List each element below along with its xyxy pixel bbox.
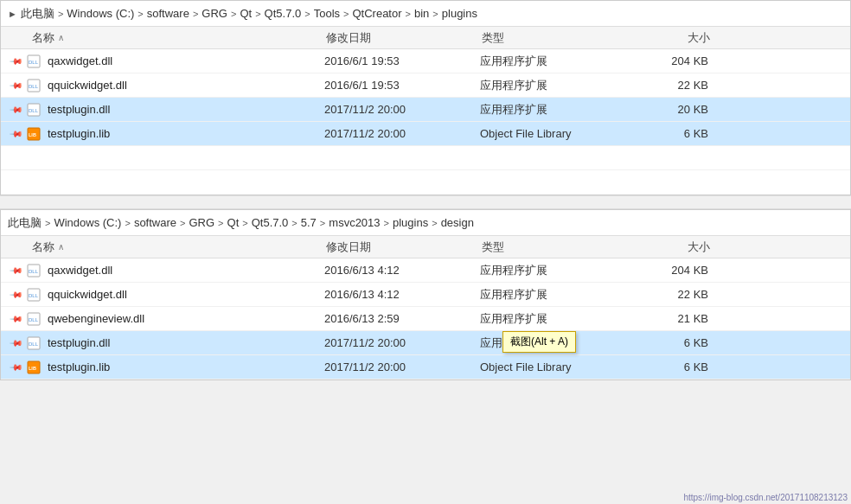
breadcrumb-arrow-1: ► <box>8 9 17 19</box>
file-size: 204 KB <box>636 264 722 277</box>
col-size-header-2[interactable]: 大小 <box>637 239 724 255</box>
file-icon-lib: LIB <box>25 125 42 143</box>
file-name: testplugin.dll <box>48 336 324 349</box>
pin-icon: 📌 <box>10 102 23 116</box>
table-row[interactable]: 📌 DLL testplugin.dll 2017/11/2 20:00 应用程… <box>1 331 850 355</box>
pin-col: 📌 <box>8 80 25 90</box>
breadcrumb-item-1-0[interactable]: 此电脑 <box>21 6 54 22</box>
breadcrumb-sep: > <box>58 9 63 19</box>
breadcrumb-item-1-1[interactable]: Windows (C:) <box>67 7 134 20</box>
table-row[interactable]: 📌 DLL qquickwidget.dll 2016/6/1 19:53 应用… <box>1 73 850 98</box>
breadcrumb-sep: > <box>320 218 325 228</box>
pin-col: 📌 <box>8 362 25 372</box>
svg-text:DLL: DLL <box>29 293 39 298</box>
col-name-header-2[interactable]: 名称 ∧ <box>32 239 326 255</box>
breadcrumb-item-2-5[interactable]: Qt5.7.0 <box>252 216 289 229</box>
file-list-2: 📌 DLL qaxwidget.dll 2016/6/13 4:12 应用程序扩… <box>1 258 850 380</box>
sort-arrow-2: ∧ <box>58 242 64 252</box>
file-date: 2017/11/2 20:00 <box>324 360 480 373</box>
file-name: testplugin.lib <box>48 127 324 140</box>
file-size: 204 KB <box>636 54 722 67</box>
file-size: 22 KB <box>636 288 722 301</box>
col-type-header-1[interactable]: 类型 <box>482 30 637 46</box>
svg-text:LIB: LIB <box>29 132 36 137</box>
table-row[interactable]: 📌 DLL qquickwidget.dll 2016/6/13 4:12 应用… <box>1 283 850 307</box>
pin-col: 📌 <box>8 290 25 299</box>
file-icon-dll: DLL <box>25 101 42 118</box>
pin-col: 📌 <box>8 338 25 348</box>
file-date: 2016/6/13 4:12 <box>324 288 480 301</box>
breadcrumb-sep: > <box>218 218 223 228</box>
breadcrumb-sep: > <box>180 218 185 228</box>
breadcrumb-item-1-5[interactable]: Qt5.7.0 <box>265 7 302 20</box>
col-size-header-1[interactable]: 大小 <box>637 30 724 46</box>
panel-divider <box>0 195 851 209</box>
file-icon-dll: DLL <box>25 77 42 94</box>
file-size: 22 KB <box>636 79 722 92</box>
file-name: qaxwidget.dll <box>48 264 324 277</box>
pin-icon: 📌 <box>10 360 23 373</box>
file-name: qquickwidget.dll <box>48 79 324 92</box>
breadcrumb-sep: > <box>432 9 438 19</box>
file-icon-lib: LIB <box>25 359 42 376</box>
breadcrumb-item-1-3[interactable]: GRG <box>202 7 227 20</box>
explorer-panel-1: ► 此电脑 > Windows (C:) > software > GRG > … <box>0 0 851 195</box>
breadcrumb-item-2-7[interactable]: msvc2013 <box>329 216 380 229</box>
breadcrumb-sep: > <box>304 9 310 19</box>
breadcrumb-item-1-9[interactable]: plugins <box>442 7 477 20</box>
column-header-2: 名称 ∧ 修改日期 类型 大小 <box>1 236 850 258</box>
file-name: qquickwidget.dll <box>48 288 324 301</box>
file-icon-dll: DLL <box>25 335 42 352</box>
breadcrumb-item-2-6[interactable]: 5.7 <box>301 216 317 229</box>
pin-col: 📌 <box>8 314 25 323</box>
table-row[interactable]: 📌 LIB testplugin.lib 2017/11/2 20:00 Obj… <box>1 355 850 380</box>
breadcrumb-item-2-3[interactable]: GRG <box>189 216 214 229</box>
breadcrumb-sep: > <box>231 9 236 19</box>
svg-text:DLL: DLL <box>29 341 39 347</box>
breadcrumb-item-1-6[interactable]: Tools <box>314 7 340 20</box>
file-date: 2017/11/2 20:00 <box>324 103 480 116</box>
table-row[interactable]: 📌 DLL qaxwidget.dll 2016/6/1 19:53 应用程序扩… <box>1 49 850 73</box>
pin-icon: 📌 <box>10 78 23 92</box>
file-name: qwebengineview.dll <box>48 312 324 325</box>
svg-text:DLL: DLL <box>29 84 39 89</box>
svg-text:DLL: DLL <box>29 269 39 274</box>
svg-text:DLL: DLL <box>29 317 39 322</box>
table-row[interactable]: 📌 LIB testplugin.lib 2017/11/2 20:00 Obj… <box>1 122 850 146</box>
breadcrumb-item-1-7[interactable]: QtCreator <box>352 7 401 20</box>
empty-row <box>1 170 850 195</box>
breadcrumb-sep: > <box>45 218 50 228</box>
col-date-header-1[interactable]: 修改日期 <box>326 30 482 46</box>
breadcrumb-item-2-1[interactable]: Windows (C:) <box>54 216 121 229</box>
breadcrumb-item-2-2[interactable]: software <box>134 216 176 229</box>
table-row[interactable]: 📌 DLL qwebengineview.dll 2016/6/13 2:59 … <box>1 307 850 331</box>
breadcrumb-item-1-4[interactable]: Qt <box>240 7 252 20</box>
file-size: 20 KB <box>636 103 722 116</box>
breadcrumb-sep: > <box>255 9 260 19</box>
breadcrumb-1[interactable]: ► 此电脑 > Windows (C:) > software > GRG > … <box>1 1 850 27</box>
pin-icon: 📌 <box>10 54 23 67</box>
table-row[interactable]: 📌 DLL testplugin.dll 2017/11/2 20:00 应用程… <box>1 98 850 122</box>
table-row[interactable]: 📌 DLL qaxwidget.dll 2016/6/13 4:12 应用程序扩… <box>1 258 850 283</box>
file-name: qaxwidget.dll <box>48 54 324 67</box>
breadcrumb-item-2-8[interactable]: plugins <box>393 216 428 229</box>
file-type: 应用程序扩展 <box>480 78 636 93</box>
file-size: 6 KB <box>636 127 722 140</box>
file-type: 应用程序扩展 <box>480 311 636 327</box>
breadcrumb-item-2-0[interactable]: 此电脑 <box>8 215 42 231</box>
pin-icon: 📌 <box>10 263 23 277</box>
breadcrumb-2[interactable]: 此电脑 > Windows (C:) > software > GRG > Qt… <box>1 210 850 236</box>
breadcrumb-item-2-9[interactable]: design <box>441 216 474 229</box>
file-type: 应用程序扩展 <box>480 287 636 303</box>
breadcrumb-sep: > <box>242 218 247 228</box>
breadcrumb-item-1-8[interactable]: bin <box>414 7 429 20</box>
col-type-header-2[interactable]: 类型 <box>482 239 637 255</box>
breadcrumb-sep: > <box>384 218 389 228</box>
file-icon-dll: DLL <box>25 286 42 303</box>
pin-col: 📌 <box>8 56 25 66</box>
breadcrumb-item-1-2[interactable]: software <box>147 7 189 20</box>
col-name-header-1[interactable]: 名称 ∧ <box>32 30 326 46</box>
pin-icon: 📌 <box>10 335 23 349</box>
breadcrumb-item-2-4[interactable]: Qt <box>227 216 240 229</box>
col-date-header-2[interactable]: 修改日期 <box>326 239 482 255</box>
